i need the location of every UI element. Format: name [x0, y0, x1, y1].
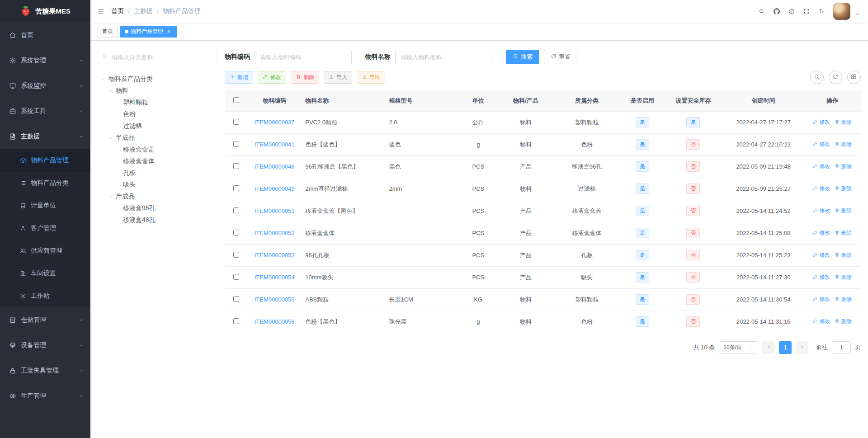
edit-button[interactable]: 修改	[258, 71, 286, 84]
sidebar-item-material-product-category[interactable]: 物料产品分类	[0, 172, 90, 194]
delete-button[interactable]: 删除	[291, 71, 319, 84]
tree-node[interactable]: 孔板	[98, 167, 217, 179]
row-edit-link[interactable]: 修改	[813, 185, 830, 193]
sidebar-item-supplier-management[interactable]: 供应商管理	[0, 240, 90, 262]
row-edit-link[interactable]: 修改	[813, 118, 830, 126]
row-edit-link[interactable]: 修改	[813, 318, 830, 325]
search-icon[interactable]	[759, 8, 765, 14]
sidebar-item-production-management[interactable]: 生产管理	[0, 383, 90, 409]
row-delete-link[interactable]: 删除	[835, 141, 852, 148]
material-code-link[interactable]: ITEM00000049	[255, 185, 295, 192]
sidebar-item-master-data[interactable]: 主数据	[0, 124, 90, 149]
sidebar-item-system-monitor[interactable]: 系统监控	[0, 73, 90, 99]
breadcrumb-item-home[interactable]: 首页	[111, 7, 124, 15]
material-code-link[interactable]: ITEM00000046	[255, 163, 295, 170]
tree-node[interactable]: 移液盒盒盖	[98, 144, 217, 155]
sidebar-item-home[interactable]: 首页	[0, 23, 90, 48]
row-checkbox[interactable]	[233, 252, 239, 258]
page-1-button[interactable]: 1	[779, 341, 792, 354]
row-edit-link[interactable]: 修改	[813, 141, 830, 148]
tree-node[interactable]: 吸头	[98, 179, 217, 191]
tree-node[interactable]: 物料及产品分类	[98, 73, 217, 85]
row-edit-link[interactable]: 修改	[813, 207, 830, 215]
row-delete-link[interactable]: 删除	[835, 163, 852, 170]
sidebar-item-system-management[interactable]: 系统管理	[0, 48, 90, 73]
github-icon[interactable]	[774, 8, 780, 14]
refresh-button[interactable]	[829, 71, 842, 84]
caret-right-icon[interactable]	[108, 88, 116, 94]
material-code-link[interactable]: ITEM00000051	[255, 207, 295, 214]
row-delete-link[interactable]: 删除	[835, 118, 852, 126]
sidebar-item-warehouse-management[interactable]: 仓储管理	[0, 307, 90, 333]
row-checkbox[interactable]	[233, 230, 239, 235]
row-delete-link[interactable]: 删除	[835, 296, 852, 303]
help-icon[interactable]	[788, 8, 795, 14]
row-delete-link[interactable]: 删除	[835, 318, 852, 325]
tree-node[interactable]: 色粉	[98, 108, 217, 120]
row-edit-link[interactable]: 修改	[813, 163, 830, 170]
row-delete-link[interactable]: 删除	[835, 229, 852, 237]
row-checkbox[interactable]	[233, 185, 239, 191]
caret-right-icon[interactable]	[108, 194, 116, 199]
row-delete-link[interactable]: 删除	[835, 251, 852, 259]
tree-node[interactable]: 移液盒96孔	[98, 203, 217, 214]
caret-right-icon[interactable]	[100, 76, 108, 82]
tree-node[interactable]: 过滤棉	[98, 120, 217, 132]
tab-material-product-management[interactable]: 物料产品管理 ×	[120, 26, 177, 38]
category-search-input[interactable]	[98, 50, 217, 64]
sidebar-item-measure-unit[interactable]: 计量单位	[0, 194, 90, 217]
row-edit-link[interactable]: 修改	[813, 296, 830, 303]
chevron-down-icon[interactable]	[854, 11, 861, 17]
row-checkbox[interactable]	[233, 119, 239, 125]
caret-right-icon[interactable]	[108, 135, 116, 141]
tab-home[interactable]: 首页	[98, 26, 118, 38]
tree-node[interactable]: 产成品	[98, 191, 217, 203]
reset-button[interactable]: 重置	[544, 50, 577, 64]
material-name-input[interactable]	[395, 50, 492, 64]
export-button[interactable]: 导出	[357, 71, 385, 84]
row-delete-link[interactable]: 删除	[835, 207, 852, 215]
row-delete-link[interactable]: 删除	[835, 185, 852, 193]
app-logo[interactable]: 苦糖果MES	[0, 0, 90, 23]
row-delete-link[interactable]: 删除	[835, 273, 852, 281]
search-button[interactable]: 搜索	[506, 50, 539, 64]
row-edit-link[interactable]: 修改	[813, 229, 830, 237]
goto-page-input[interactable]	[832, 341, 851, 354]
material-code-link[interactable]: ITEM00000055	[255, 296, 295, 303]
avatar[interactable]	[833, 3, 850, 20]
fullscreen-icon[interactable]	[803, 8, 810, 14]
tree-node[interactable]: 移液盒盒体	[98, 155, 217, 167]
row-checkbox[interactable]	[233, 163, 239, 169]
sidebar-item-customer-management[interactable]: 客户管理	[0, 217, 90, 240]
material-code-link[interactable]: ITEM00000056	[255, 318, 295, 325]
material-code-link[interactable]: ITEM00000054	[255, 274, 295, 281]
sidebar-item-workstation[interactable]: 工作站	[0, 285, 90, 307]
sidebar-item-fixture-management[interactable]: 工装夹具管理	[0, 358, 90, 383]
tree-node[interactable]: 移液盒48孔	[98, 214, 217, 226]
row-checkbox[interactable]	[233, 141, 239, 147]
font-size-icon[interactable]	[818, 8, 825, 14]
tree-node[interactable]: 塑料颗粒	[98, 97, 217, 108]
sidebar-toggle-icon[interactable]	[98, 8, 104, 14]
sidebar-item-equipment-management[interactable]: 设备管理	[0, 333, 90, 358]
toggle-search-button[interactable]	[810, 71, 824, 84]
row-edit-link[interactable]: 修改	[813, 251, 830, 259]
row-edit-link[interactable]: 修改	[813, 273, 830, 281]
add-button[interactable]: 新增	[225, 71, 253, 84]
column-settings-button[interactable]	[847, 71, 861, 84]
select-all-checkbox[interactable]	[233, 97, 239, 103]
close-icon[interactable]: ×	[165, 28, 172, 35]
breadcrumb-item-master-data[interactable]: 主数据	[134, 7, 153, 15]
material-code-link[interactable]: ITEM00000053	[255, 252, 295, 259]
row-checkbox[interactable]	[233, 296, 239, 302]
import-button[interactable]: 导入	[324, 71, 352, 84]
material-code-input[interactable]	[255, 50, 352, 64]
row-checkbox[interactable]	[233, 318, 239, 324]
next-page-button[interactable]	[796, 341, 808, 354]
tree-node[interactable]: 物料	[98, 85, 217, 97]
row-checkbox[interactable]	[233, 274, 239, 280]
prev-page-button[interactable]	[762, 341, 775, 354]
material-code-link[interactable]: ITEM00000041	[255, 141, 295, 148]
material-code-link[interactable]: ITEM00000037	[255, 119, 295, 126]
material-code-link[interactable]: ITEM00000052	[255, 230, 295, 236]
